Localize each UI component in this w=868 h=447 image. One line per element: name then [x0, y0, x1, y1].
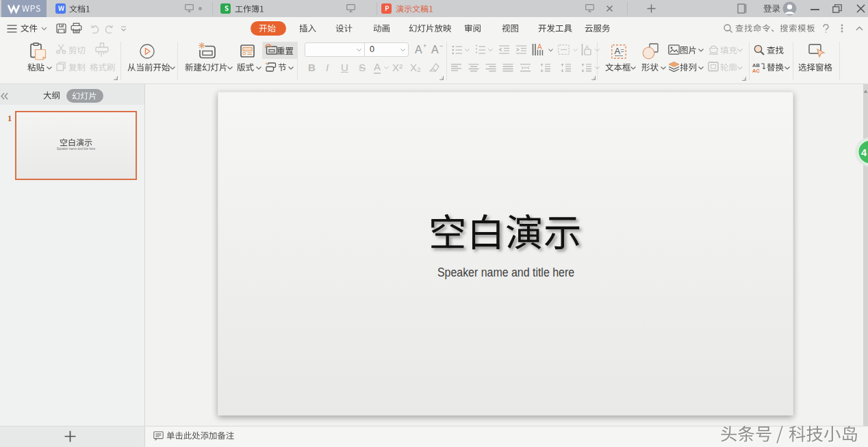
svg-text:A: A — [585, 44, 589, 51]
svg-text:4: 4 — [861, 147, 867, 158]
svg-text:AC: AC — [752, 68, 760, 74]
svg-text:A: A — [537, 43, 542, 51]
svg-text:A: A — [615, 46, 621, 56]
